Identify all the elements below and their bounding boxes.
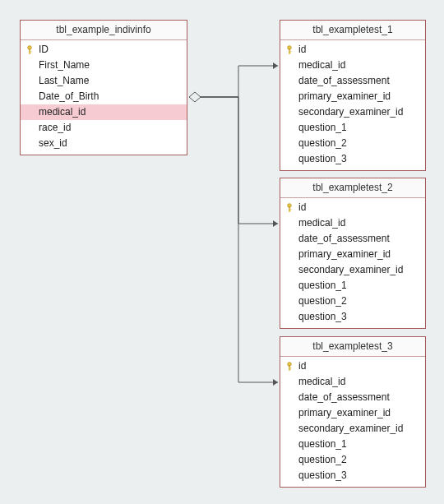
field-row[interactable]: question_1: [280, 437, 425, 452]
table-t1-title: tbl_exampletest_1: [280, 21, 425, 40]
field-row[interactable]: question_2: [280, 452, 425, 468]
field-name: secondary_examiner_id: [298, 263, 420, 277]
field-name: medical_id: [39, 105, 182, 119]
field-row[interactable]: question_2: [280, 136, 425, 151]
primary-key-icon: [287, 362, 295, 372]
field-name: question_3: [298, 469, 420, 483]
field-name: sex_id: [39, 136, 182, 150]
field-row[interactable]: secondary_examiner_id: [280, 421, 425, 437]
field-name: question_3: [298, 152, 420, 166]
field-row[interactable]: question_1: [280, 120, 425, 136]
field-name: primary_examiner_id: [298, 90, 420, 104]
connector-line-1: [201, 66, 278, 97]
field-row[interactable]: primary_examiner_id: [280, 405, 425, 421]
connector-arrow-2: [273, 220, 278, 227]
field-row[interactable]: Date_of_Birth: [21, 89, 187, 104]
field-name: question_2: [298, 136, 420, 150]
field-name: Date_of_Birth: [39, 90, 182, 104]
field-row[interactable]: question_3: [280, 468, 425, 483]
field-row[interactable]: medical_id: [280, 374, 425, 390]
field-row[interactable]: primary_examiner_id: [280, 89, 425, 104]
field-name: First_Name: [39, 58, 182, 72]
connector-arrow-3: [273, 379, 278, 386]
connector-line-2: [201, 97, 278, 224]
field-row[interactable]: question_1: [280, 278, 425, 294]
svg-rect-2: [29, 51, 31, 52]
table-t2-fields: id medical_id date_of_assessment primary…: [280, 198, 425, 328]
field-row[interactable]: ID: [21, 42, 187, 58]
field-name: question_2: [298, 453, 420, 467]
field-row-highlighted[interactable]: medical_id: [21, 104, 187, 120]
field-name: ID: [39, 43, 182, 57]
table-t3-title: tbl_exampletest_3: [280, 337, 425, 357]
field-name: medical_id: [298, 58, 420, 72]
table-source-title: tbl_example_indivinfo: [21, 21, 187, 40]
svg-rect-6: [289, 51, 291, 52]
svg-rect-10: [289, 209, 291, 210]
field-row[interactable]: medical_id: [280, 215, 425, 231]
field-row[interactable]: sex_id: [21, 136, 187, 151]
field-name: question_1: [298, 279, 420, 293]
field-row[interactable]: secondary_examiner_id: [280, 262, 425, 278]
field-row[interactable]: secondary_examiner_id: [280, 104, 425, 120]
field-name: question_2: [298, 294, 420, 308]
field-name: question_1: [298, 437, 420, 451]
connector-arrow-1: [273, 62, 278, 69]
field-row[interactable]: date_of_assessment: [280, 390, 425, 405]
svg-rect-11: [289, 210, 290, 211]
field-row[interactable]: id: [280, 42, 425, 58]
field-name: Last_Name: [39, 74, 182, 88]
table-source-fields: ID First_Name Last_Name Date_of_Birth me…: [21, 40, 187, 155]
table-t1[interactable]: tbl_exampletest_1 id medical_id date_of_…: [280, 20, 426, 171]
field-row[interactable]: Last_Name: [21, 73, 187, 89]
table-t1-fields: id medical_id date_of_assessment primary…: [280, 40, 425, 170]
field-row[interactable]: date_of_assessment: [280, 73, 425, 89]
field-row[interactable]: question_3: [280, 309, 425, 325]
connector-origin-diamond: [189, 92, 201, 102]
table-t2-title: tbl_exampletest_2: [280, 178, 425, 198]
table-source[interactable]: tbl_example_indivinfo ID First_Name Last…: [20, 20, 187, 155]
field-row[interactable]: id: [280, 200, 425, 215]
primary-key-icon: [27, 45, 35, 55]
field-name: secondary_examiner_id: [298, 105, 420, 119]
table-t2[interactable]: tbl_exampletest_2 id medical_id date_of_…: [280, 178, 426, 329]
field-name: id: [298, 359, 420, 373]
field-row[interactable]: id: [280, 358, 425, 374]
field-row[interactable]: primary_examiner_id: [280, 247, 425, 262]
field-row[interactable]: question_3: [280, 151, 425, 167]
field-name: date_of_assessment: [298, 232, 420, 246]
field-name: id: [298, 43, 420, 57]
table-t3[interactable]: tbl_exampletest_3 id medical_id date_of_…: [280, 336, 426, 488]
field-row[interactable]: date_of_assessment: [280, 231, 425, 247]
field-name: medical_id: [298, 216, 420, 230]
svg-rect-14: [289, 368, 291, 368]
field-name: date_of_assessment: [298, 74, 420, 88]
field-name: secondary_examiner_id: [298, 422, 420, 436]
field-row[interactable]: First_Name: [21, 58, 187, 73]
field-name: question_1: [298, 121, 420, 135]
primary-key-icon: [287, 45, 295, 55]
field-name: question_3: [298, 310, 420, 324]
svg-rect-15: [289, 369, 290, 370]
primary-key-icon: [287, 203, 295, 213]
field-name: date_of_assessment: [298, 391, 420, 405]
svg-rect-3: [29, 53, 30, 53]
field-name: primary_examiner_id: [298, 406, 420, 420]
table-t3-fields: id medical_id date_of_assessment primary…: [280, 357, 425, 487]
field-name: primary_examiner_id: [298, 247, 420, 261]
field-name: race_id: [39, 121, 182, 135]
field-name: id: [298, 201, 420, 215]
field-name: medical_id: [298, 375, 420, 389]
field-row[interactable]: medical_id: [280, 58, 425, 73]
svg-rect-7: [289, 53, 290, 53]
field-row[interactable]: question_2: [280, 294, 425, 309]
field-row[interactable]: race_id: [21, 120, 187, 136]
connector-line-3: [201, 97, 278, 382]
